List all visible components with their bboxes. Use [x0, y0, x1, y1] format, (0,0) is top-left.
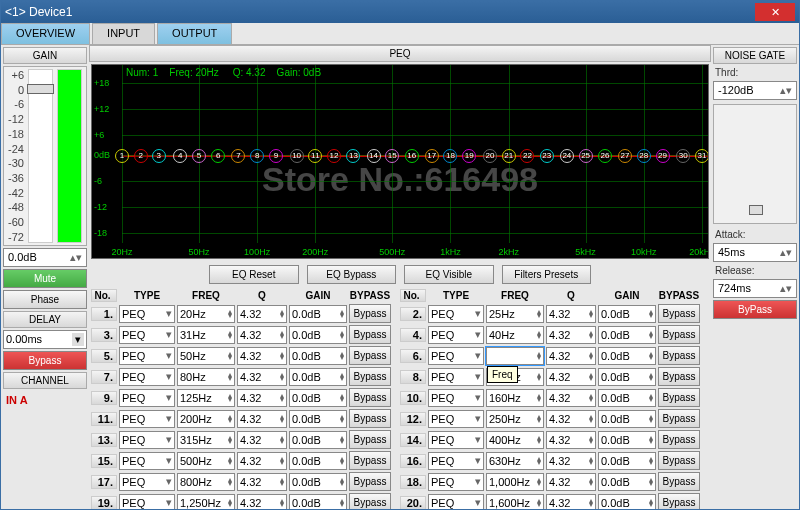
gain-input[interactable]: 0.0dB▴▾	[598, 452, 656, 470]
spinner-icon[interactable]: ▴▾	[649, 394, 653, 402]
eq-node-26[interactable]: 26	[598, 149, 612, 163]
mute-button[interactable]: Mute	[3, 269, 87, 288]
spinner-icon[interactable]: ▴▾	[537, 415, 541, 423]
q-input[interactable]: 4.32▴▾	[546, 410, 596, 428]
spinner-icon[interactable]: ▴▾	[228, 331, 232, 339]
row-bypass-button[interactable]: Bypass	[349, 493, 391, 509]
spinner-icon[interactable]: ▴▾	[228, 310, 232, 318]
release-value[interactable]: 724ms▴▾	[713, 279, 797, 298]
delay-bypass-button[interactable]: Bypass	[3, 351, 87, 370]
type-select[interactable]: PEQ▾	[428, 494, 484, 510]
gain-input[interactable]: 0.0dB▴▾	[598, 368, 656, 386]
chevron-down-icon[interactable]: ▾	[475, 454, 481, 467]
spinner-icon[interactable]: ▴▾	[537, 394, 541, 402]
type-select[interactable]: PEQ▾	[119, 473, 175, 491]
spinner-icon[interactable]: ▴▾	[649, 499, 653, 507]
type-select[interactable]: PEQ▾	[428, 326, 484, 344]
chevron-down-icon[interactable]: ▾	[166, 328, 172, 341]
phase-button[interactable]: Phase	[3, 290, 87, 309]
eq-node-3[interactable]: 3	[152, 149, 166, 163]
spinner-icon[interactable]: ▴▾	[280, 394, 284, 402]
row-bypass-button[interactable]: Bypass	[349, 430, 391, 449]
eq-node-6[interactable]: 6	[211, 149, 225, 163]
gain-input[interactable]: 0.0dB▴▾	[598, 431, 656, 449]
chevron-down-icon[interactable]: ▾	[166, 412, 172, 425]
spinner-icon[interactable]: ▴▾	[649, 415, 653, 423]
spinner-icon[interactable]: ▴▾	[280, 331, 284, 339]
q-input[interactable]: 4.32▴▾	[237, 305, 287, 323]
eq-node-1[interactable]: 1	[115, 149, 129, 163]
chevron-down-icon[interactable]: ▾	[475, 307, 481, 320]
freq-input[interactable]: 250Hz▴▾	[486, 410, 544, 428]
q-input[interactable]: 4.32▴▾	[546, 494, 596, 510]
freq-input[interactable]: 50Hz▴▾	[177, 347, 235, 365]
tab-output[interactable]: OUTPUT	[157, 23, 232, 44]
eq-node-11[interactable]: 11	[308, 149, 322, 163]
spinner-icon[interactable]: ▴▾	[537, 436, 541, 444]
eq-visible-button[interactable]: EQ Visible	[404, 265, 494, 284]
spinner-icon[interactable]: ▴▾	[228, 352, 232, 360]
spinner-icon[interactable]: ▴▾	[649, 373, 653, 381]
eq-node-13[interactable]: 13	[346, 149, 360, 163]
freq-input[interactable]: 200Hz▴▾	[177, 410, 235, 428]
chevron-down-icon[interactable]: ▾	[475, 496, 481, 509]
gain-input[interactable]: 0.0dB▴▾	[289, 326, 347, 344]
spinner-icon[interactable]: ▴▾	[340, 436, 344, 444]
close-icon[interactable]: ✕	[755, 3, 795, 21]
ng-thumb[interactable]	[749, 205, 763, 215]
spinner-icon[interactable]: ▴▾	[228, 457, 232, 465]
eq-node-9[interactable]: 9	[269, 149, 283, 163]
attack-value[interactable]: 45ms▴▾	[713, 243, 797, 262]
q-input[interactable]: 4.32▴▾	[546, 305, 596, 323]
q-input[interactable]: 4.32▴▾	[237, 410, 287, 428]
type-select[interactable]: PEQ▾	[428, 473, 484, 491]
filters-presets-button[interactable]: Filters Presets	[502, 265, 592, 284]
freq-input[interactable]: 500Hz▴▾	[177, 452, 235, 470]
chevron-down-icon[interactable]: ▾	[166, 454, 172, 467]
spinner-icon[interactable]: ▴▾	[228, 394, 232, 402]
chevron-down-icon[interactable]: ▾	[475, 433, 481, 446]
noise-gate-bypass-button[interactable]: ByPass	[713, 300, 797, 319]
row-bypass-button[interactable]: Bypass	[658, 409, 700, 428]
thrd-value[interactable]: -120dB▴▾	[713, 81, 797, 100]
q-input[interactable]: 4.32▴▾	[546, 326, 596, 344]
eq-node-12[interactable]: 12	[327, 149, 341, 163]
gain-input[interactable]: 0.0dB▴▾	[289, 389, 347, 407]
freq-input[interactable]: 400Hz▴▾	[486, 431, 544, 449]
freq-input[interactable]: 160Hz▴▾	[486, 389, 544, 407]
freq-input[interactable]: 80Hz▴▾	[177, 368, 235, 386]
spinner-icon[interactable]: ▴▾	[280, 457, 284, 465]
gain-input[interactable]: 0.0dB▴▾	[289, 452, 347, 470]
row-bypass-button[interactable]: Bypass	[658, 325, 700, 344]
eq-node-8[interactable]: 8	[250, 149, 264, 163]
eq-node-31[interactable]: 31	[695, 149, 709, 163]
freq-input[interactable]: 1,600Hz▴▾	[486, 494, 544, 510]
spinner-icon[interactable]: ▴▾	[280, 415, 284, 423]
gain-input[interactable]: 0.0dB▴▾	[598, 473, 656, 491]
gain-input[interactable]: 0.0dB▴▾	[289, 347, 347, 365]
spinner-icon[interactable]: ▴▾	[537, 352, 541, 360]
type-select[interactable]: PEQ▾	[428, 410, 484, 428]
eq-reset-button[interactable]: EQ Reset	[209, 265, 299, 284]
q-input[interactable]: 4.32▴▾	[237, 431, 287, 449]
type-select[interactable]: PEQ▾	[428, 452, 484, 470]
eq-node-4[interactable]: 4	[173, 149, 187, 163]
q-input[interactable]: 4.32▴▾	[237, 368, 287, 386]
spinner-icon[interactable]: ▴▾	[537, 373, 541, 381]
type-select[interactable]: PEQ▾	[119, 368, 175, 386]
gain-input[interactable]: 0.0dB▴▾	[289, 305, 347, 323]
eq-node-17[interactable]: 17	[425, 149, 439, 163]
freq-input[interactable]: 1,000Hz▴▾	[486, 473, 544, 491]
spinner-icon[interactable]: ▴▾	[228, 478, 232, 486]
spinner-icon[interactable]: ▴▾	[537, 331, 541, 339]
spinner-icon[interactable]: ▴▾	[340, 499, 344, 507]
noise-gate-slider[interactable]	[713, 104, 797, 224]
gain-slider[interactable]	[28, 69, 53, 243]
eq-node-5[interactable]: 5	[192, 149, 206, 163]
spinner-icon[interactable]: ▴▾	[228, 499, 232, 507]
q-input[interactable]: 4.32▴▾	[237, 347, 287, 365]
eq-node-10[interactable]: 10	[290, 149, 304, 163]
spinner-icon[interactable]: ▴▾	[280, 310, 284, 318]
row-bypass-button[interactable]: Bypass	[349, 409, 391, 428]
eq-bypass-button[interactable]: EQ Bypass	[307, 265, 397, 284]
